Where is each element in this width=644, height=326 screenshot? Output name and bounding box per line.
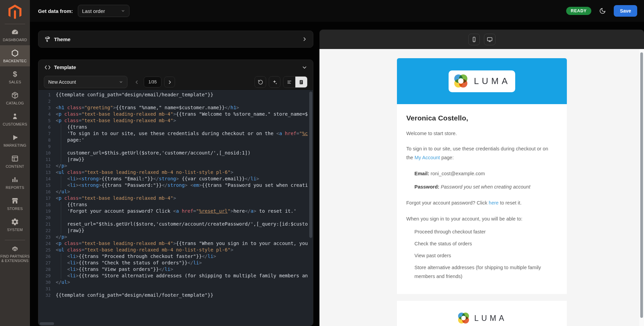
code-line[interactable]: 10 customer_url=$this.getUrl($store,'cus… [38, 150, 313, 156]
dark-mode-toggle[interactable] [597, 5, 608, 17]
code-text [56, 143, 313, 150]
save-button[interactable]: Save [614, 5, 637, 17]
line-number: 29 [38, 273, 56, 279]
previous-template-button[interactable] [132, 77, 141, 87]
code-line[interactable]: 13<ul class="text-base leading-relaxed m… [38, 169, 313, 176]
moon-icon [599, 7, 606, 14]
code-line[interactable]: 14 <li><strong>{{trans "Email:"}}</stron… [38, 176, 313, 182]
mobile-preview-button[interactable] [468, 34, 480, 45]
main-area: Get data from: Last order READY Save [30, 0, 644, 326]
lego-icon [11, 244, 19, 253]
code-line[interactable]: 6 {{trans [38, 124, 313, 130]
code-line[interactable]: 25<ul class="text-base leading-relaxed m… [38, 247, 313, 253]
sidebar-item-marketing[interactable]: MARKETING [0, 130, 30, 151]
sidebar-item-backentec[interactable]: BACKENTEC [0, 45, 30, 66]
app-root: DASHBOARDBACKENTEC$SALESCATALOGCUSTOMERS… [0, 0, 644, 326]
lines-icon [286, 79, 292, 85]
code-line[interactable]: 7 'To sign in to our site, use these cre… [38, 130, 313, 137]
line-number: 15 [38, 182, 56, 189]
reset-password-link[interactable]: here [489, 200, 499, 206]
code-line[interactable]: 22 |raw}} [38, 227, 313, 234]
benefit-item: Proceed through checkout faster [415, 227, 557, 236]
code-line[interactable]: 20 [38, 214, 313, 221]
indent-guide [61, 253, 61, 260]
preview-scrollbar-track [639, 49, 644, 326]
code-line[interactable]: 2 [38, 98, 313, 104]
sidebar-item-label: SYSTEM [7, 228, 23, 232]
sidebar-item-catalog[interactable]: CATALOG [0, 87, 30, 109]
forgot-password-paragraph: Forgot your account password? Click here… [406, 198, 557, 207]
code-line[interactable]: 1{{template config_path="design/email/he… [38, 92, 313, 98]
compact-view-button[interactable] [283, 77, 295, 87]
sidebar-item-customers[interactable]: CUSTOMERS [0, 109, 30, 130]
sidebar-item-sales[interactable]: $SALES [0, 66, 30, 87]
theme-section-header[interactable]: Theme [38, 31, 313, 48]
code-line[interactable]: 19 'Forgot your account password? Click … [38, 208, 313, 214]
code-line[interactable]: 11 |raw}} [38, 156, 313, 163]
sidebar-item-dashboard[interactable]: DASHBOARD [0, 24, 30, 45]
enhance-button[interactable] [269, 76, 280, 88]
code-line[interactable]: 18 {{trans [38, 201, 313, 208]
luma-wordmark: LUMA [474, 76, 510, 86]
code-line[interactable]: 12</p> [38, 163, 313, 169]
code-line[interactable]: 15 <li><strong>{{trans "Password:"}}</st… [38, 182, 313, 189]
code-line[interactable]: 16</ul> [38, 189, 313, 195]
preview-scrollbar-thumb[interactable] [640, 52, 643, 318]
email-signin-paragraph: To sign in to our site, use these creden… [406, 144, 557, 162]
code-line[interactable]: 24<p class="text-base leading-relaxed mb… [38, 240, 313, 247]
sidebar-item-system[interactable]: SYSTEM [0, 214, 30, 235]
document-view-button[interactable] [295, 77, 307, 87]
code-text: <li><strong>{{trans "Password:"}}</stron… [56, 182, 313, 189]
line-number: 27 [38, 260, 56, 266]
code-line[interactable]: 27 <li>{{trans "Check the status of orde… [38, 260, 313, 266]
code-line[interactable]: 5<p class="text-base leading-relaxed mb-… [38, 117, 313, 124]
luma-logo: LUMA [449, 70, 515, 92]
template-section-header[interactable]: Template [38, 60, 313, 75]
code-line[interactable]: 3<h1 class="greeting">{{trans "%name," n… [38, 104, 313, 111]
template-toolbar: New Account 1/35 [38, 75, 313, 89]
sidebar-item-content[interactable]: CONTENT [0, 151, 30, 172]
code-line[interactable]: 21 reset_url="$this.getUrl($store,'custo… [38, 221, 313, 227]
code-line[interactable]: 32{{template config_path="design/email/f… [38, 292, 313, 298]
template-selector[interactable]: New Account [44, 76, 127, 88]
code-text [56, 214, 313, 221]
sidebar-item-label: DASHBOARD [3, 38, 27, 42]
line-number: 16 [38, 189, 56, 195]
code-line[interactable]: 31 [38, 286, 313, 292]
my-account-link[interactable]: My Account [415, 155, 440, 160]
code-line[interactable]: 29 <li>{{trans "Store alternative addres… [38, 273, 313, 279]
template-title: Template [54, 64, 76, 70]
code-line[interactable]: 9 [38, 143, 313, 150]
code-text: <li>{{trans "Store alternative addresses… [56, 273, 313, 279]
data-source-select[interactable]: Last order [78, 5, 129, 17]
code-line[interactable]: 23</p> [38, 234, 313, 240]
sidebar-item-find-partners[interactable]: FIND PARTNERS & EXTENSIONS [0, 240, 30, 267]
code-text: <li>{{trans "View past orders"}}</li> [56, 266, 313, 273]
magento-logo[interactable] [0, 0, 30, 24]
code-line[interactable]: 28 <li>{{trans "View past orders"}}</li> [38, 266, 313, 273]
code-line[interactable]: 30</ul> [38, 279, 313, 286]
next-template-button[interactable] [164, 77, 175, 87]
editor-horizontal-scrollbar[interactable] [40, 322, 54, 325]
indent-guide [61, 227, 61, 234]
line-number: 17 [38, 195, 56, 201]
code-editor[interactable]: 1{{template config_path="design/email/he… [38, 89, 313, 326]
code-line[interactable]: 8 page:' [38, 137, 313, 143]
sidebar-item-label: CUSTOMERS [3, 122, 27, 127]
sidebar-item-label: BACKENTEC [3, 59, 27, 63]
code-text: |raw}} [56, 227, 313, 234]
line-number: 25 [38, 247, 56, 253]
code-line[interactable]: 26 <li>{{trans "Proceed through checkout… [38, 253, 313, 260]
code-line[interactable]: 4<p class="text-base leading-relaxed mb-… [38, 111, 313, 117]
code-line[interactable]: 17<p class="text-base leading-relaxed mb… [38, 195, 313, 201]
reset-button[interactable] [255, 76, 266, 88]
sidebar-item-reports[interactable]: REPORTS [0, 172, 30, 193]
line-number: 21 [38, 221, 56, 227]
code-text: <ul class="text-base leading-relaxed mb-… [56, 169, 313, 176]
line-number: 32 [38, 292, 56, 298]
chevron-down-icon [121, 9, 125, 13]
chevron-right-icon [168, 80, 172, 84]
indent-guide [61, 260, 61, 266]
desktop-preview-button[interactable] [484, 34, 495, 45]
sidebar-item-stores[interactable]: STORES [0, 193, 30, 214]
